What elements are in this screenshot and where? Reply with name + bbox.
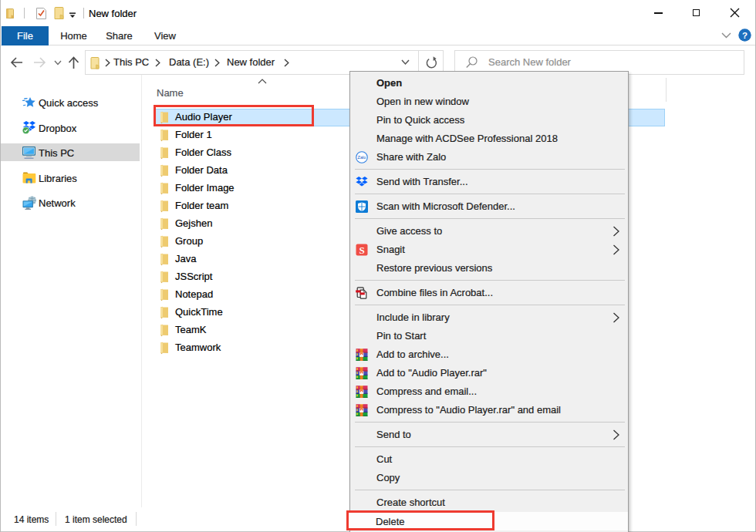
- svg-text:?: ?: [742, 31, 748, 40]
- svg-text:S: S: [359, 244, 364, 256]
- svg-text:Zalo: Zalo: [358, 155, 366, 160]
